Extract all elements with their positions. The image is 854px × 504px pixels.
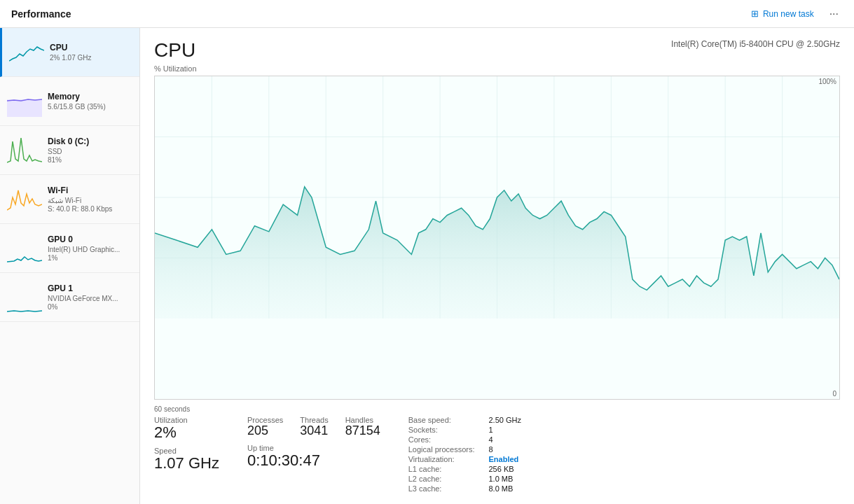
utilization-axis-label: % Utilization xyxy=(154,64,840,73)
app-title: Performance xyxy=(11,8,71,20)
disk-label: Disk 0 (C:) xyxy=(48,136,132,146)
run-new-task-label: Run new task xyxy=(763,9,814,19)
sidebar-item-gpu1[interactable]: GPU 1 NVIDIA GeForce MX... 0% xyxy=(0,273,139,322)
speed-value: 1.07 GHz xyxy=(154,455,219,472)
l1-value: 256 KB xyxy=(489,465,521,473)
gpu1-sub2: 0% xyxy=(48,303,132,311)
run-task-icon: ⊞ xyxy=(751,8,759,19)
gpu1-mini-chart xyxy=(7,281,42,313)
detail-panel: CPU Intel(R) Core(TM) i5-8400H CPU @ 2.5… xyxy=(140,28,854,504)
speed-stat: Speed 1.07 GHz xyxy=(154,447,219,472)
wifi-sub2: S: 40.0 R: 88.0 Kbps xyxy=(48,205,132,213)
stats-col-specs: Base speed: 2.50 GHz Sockets: 1 Cores: 4… xyxy=(408,416,521,493)
wifi-sidebar-info: Wi-Fi شبكة Wi-Fi S: 40.0 R: 88.0 Kbps xyxy=(48,186,132,213)
sidebar-item-disk[interactable]: Disk 0 (C:) SSD 81% xyxy=(0,126,139,175)
chart-time-label: 60 seconds xyxy=(154,405,840,413)
wifi-label: Wi-Fi xyxy=(48,186,132,195)
sockets-value: 1 xyxy=(489,426,521,434)
memory-sidebar-info: Memory 5.6/15.8 GB (35%) xyxy=(48,92,132,111)
utilization-value: 2% xyxy=(154,424,219,441)
l2-label: L2 cache: xyxy=(408,475,475,483)
cpu-sidebar-info: CPU 2% 1.07 GHz xyxy=(50,43,132,62)
processes-stat: Processes 205 xyxy=(247,416,283,438)
cpu-label: CPU xyxy=(50,43,132,52)
uptime-value: 0:10:30:47 xyxy=(247,452,380,469)
cpu-sub: 2% 1.07 GHz xyxy=(50,54,132,62)
stats-col-2: Processes 205 Threads 3041 Handles 87154 xyxy=(247,416,380,493)
sidebar-item-wifi[interactable]: Wi-Fi شبكة Wi-Fi S: 40.0 R: 88.0 Kbps xyxy=(0,175,139,224)
top-bar: Performance ⊞ Run new task ··· xyxy=(0,0,854,28)
cpu-mini-chart xyxy=(9,36,44,68)
l3-value: 8.0 MB xyxy=(489,484,521,493)
top-bar-actions: ⊞ Run new task ··· xyxy=(745,6,843,22)
disk-mini-chart xyxy=(7,134,42,166)
more-options-button[interactable]: ··· xyxy=(825,6,843,22)
spec-table: Base speed: 2.50 GHz Sockets: 1 Cores: 4… xyxy=(408,416,521,493)
gpu1-sub1: NVIDIA GeForce MX... xyxy=(48,295,132,302)
handles-value: 87154 xyxy=(345,424,380,438)
sockets-label: Sockets: xyxy=(408,426,475,434)
main-content: CPU 2% 1.07 GHz Memory 5.6/15.8 GB (35%) xyxy=(0,28,854,504)
gpu0-sub2: 1% xyxy=(48,254,132,262)
uptime-stat: Up time 0:10:30:47 xyxy=(247,444,380,469)
l3-label: L3 cache: xyxy=(408,484,475,493)
disk-sub2: 81% xyxy=(48,156,132,164)
threads-value: 3041 xyxy=(300,424,328,438)
uptime-label: Up time xyxy=(247,444,380,452)
chart-min-label: 0 xyxy=(832,390,836,398)
gpu1-label: GPU 1 xyxy=(48,284,132,293)
app-container: Performance ⊞ Run new task ··· CPU 2% 1.… xyxy=(0,0,854,504)
detail-title: CPU xyxy=(154,39,195,62)
utilization-stat: Utilization 2% xyxy=(154,416,219,441)
gpu1-sidebar-info: GPU 1 NVIDIA GeForce MX... 0% xyxy=(48,284,132,311)
l1-label: L1 cache: xyxy=(408,465,475,473)
l2-value: 1.0 MB xyxy=(489,475,521,483)
wifi-sub1: شبكة Wi-Fi xyxy=(48,197,132,204)
memory-label: Memory xyxy=(48,92,132,102)
wifi-mini-chart xyxy=(7,183,42,215)
cores-label: Cores: xyxy=(408,435,475,444)
threads-stat: Threads 3041 xyxy=(300,416,328,438)
gpu0-sub1: Intel(R) UHD Graphic... xyxy=(48,246,132,253)
handles-stat: Handles 87154 xyxy=(345,416,380,438)
cpu-chart-svg xyxy=(155,76,839,318)
disk-sub1: SSD xyxy=(48,148,132,155)
processes-value: 205 xyxy=(247,424,283,438)
more-icon: ··· xyxy=(829,8,839,20)
sidebar-item-memory[interactable]: Memory 5.6/15.8 GB (35%) xyxy=(0,77,139,126)
memory-mini-chart xyxy=(7,85,42,117)
logical-label: Logical processors: xyxy=(408,445,475,454)
detail-subtitle: Intel(R) Core(TM) i5-8400H CPU @ 2.50GHz xyxy=(671,39,840,49)
virt-label: Virtualization: xyxy=(408,455,475,463)
pth-row: Processes 205 Threads 3041 Handles 87154 xyxy=(247,416,380,438)
memory-sub: 5.6/15.8 GB (35%) xyxy=(48,103,132,111)
virt-value: Enabled xyxy=(489,455,521,463)
logical-value: 8 xyxy=(489,445,521,454)
detail-header: CPU Intel(R) Core(TM) i5-8400H CPU @ 2.5… xyxy=(154,39,840,62)
svg-marker-15 xyxy=(155,187,839,318)
gpu0-sidebar-info: GPU 0 Intel(R) UHD Graphic... 1% xyxy=(48,234,132,262)
run-new-task-button[interactable]: ⊞ Run new task xyxy=(745,6,820,22)
sidebar: CPU 2% 1.07 GHz Memory 5.6/15.8 GB (35%) xyxy=(0,28,140,504)
disk-sidebar-info: Disk 0 (C:) SSD 81% xyxy=(48,136,132,164)
stats-area: Utilization 2% Speed 1.07 GHz Processes … xyxy=(154,416,840,493)
cores-value: 4 xyxy=(489,435,521,444)
gpu0-mini-chart xyxy=(7,232,42,264)
svg-rect-0 xyxy=(7,99,42,117)
gpu0-label: GPU 0 xyxy=(48,234,132,244)
sidebar-item-gpu0[interactable]: GPU 0 Intel(R) UHD Graphic... 1% xyxy=(0,224,139,273)
base-speed-label: Base speed: xyxy=(408,416,475,424)
sidebar-item-cpu[interactable]: CPU 2% 1.07 GHz xyxy=(0,28,139,77)
cpu-chart: 100% 0 xyxy=(154,76,840,400)
stats-col-1: Utilization 2% Speed 1.07 GHz xyxy=(154,416,219,493)
base-speed-value: 2.50 GHz xyxy=(489,416,521,424)
